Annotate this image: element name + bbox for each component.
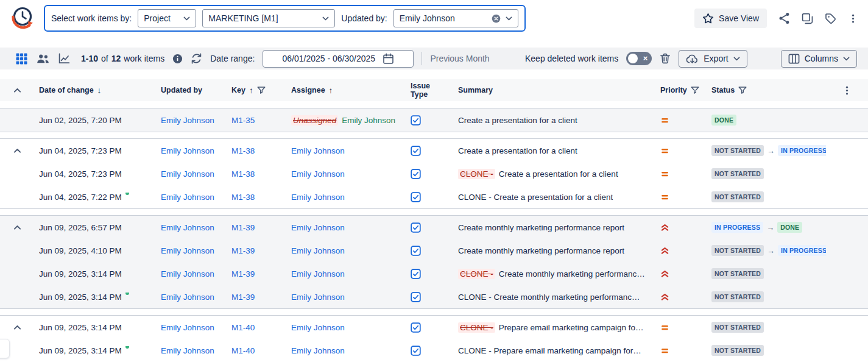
collapse-group-button[interactable] xyxy=(13,148,21,154)
work-item-key-link[interactable]: M1-38 xyxy=(231,169,255,179)
column-label: Status xyxy=(711,86,735,94)
tag-button[interactable] xyxy=(825,13,836,24)
chevron-up-icon[interactable] xyxy=(13,148,21,154)
chevron-up-icon[interactable] xyxy=(13,225,21,230)
updated-by-link[interactable]: Emily Johnson xyxy=(161,323,214,332)
columns-button[interactable]: Columns xyxy=(781,50,857,68)
table-view-button[interactable] xyxy=(16,53,27,65)
work-item-key-link[interactable]: M1-39 xyxy=(231,269,255,279)
column-header-date-of-change[interactable]: Date of change↓ xyxy=(34,86,156,95)
updated-by-dropdown[interactable]: Emily Johnson xyxy=(393,9,518,27)
table-more-options-button[interactable] xyxy=(826,85,868,96)
table-row[interactable]: Jun 09, 2025, 6:57 PMEmily JohnsonM1-39E… xyxy=(0,216,868,239)
column-header-priority[interactable]: Priority xyxy=(655,86,707,94)
previous-month-link[interactable]: Previous Month xyxy=(430,54,489,63)
transition-arrow-icon: → xyxy=(767,146,775,155)
table-row[interactable]: Jun 09, 2025, 4:10 PMEmily JohnsonM1-39E… xyxy=(0,239,868,262)
save-view-button[interactable]: Save View xyxy=(694,9,767,28)
users-view-button[interactable] xyxy=(37,53,49,64)
info-button[interactable] xyxy=(172,54,183,64)
work-item-key-link[interactable]: M1-40 xyxy=(231,323,255,332)
assignee-link[interactable]: Emily Johnson xyxy=(291,169,345,179)
app-logo[interactable] xyxy=(9,4,37,32)
updated-by-link[interactable]: Emily Johnson xyxy=(161,269,214,279)
collapse-all-button[interactable] xyxy=(0,88,34,93)
updated-by-link[interactable]: Emily Johnson xyxy=(161,169,214,179)
updated-by-link[interactable]: Emily Johnson xyxy=(161,246,214,255)
column-header-summary[interactable]: Summary xyxy=(453,86,655,94)
table-header: Date of change↓Updated byKey↑Assignee↑Is… xyxy=(0,79,868,101)
work-item-key-link[interactable]: M1-39 xyxy=(231,246,255,255)
collapse-group-button[interactable] xyxy=(13,325,21,330)
filter-icon[interactable] xyxy=(738,87,747,94)
calendar-icon[interactable] xyxy=(383,53,394,65)
filter-by-value: Project xyxy=(144,13,178,23)
assignee-link[interactable]: Emily Johnson xyxy=(291,293,345,302)
save-view-label: Save View xyxy=(719,13,759,23)
chart-view-button[interactable] xyxy=(58,53,70,64)
filter-icon[interactable] xyxy=(257,87,266,94)
updated-by-link[interactable]: Emily Johnson xyxy=(161,193,214,202)
work-item-key-link[interactable]: M1-38 xyxy=(231,146,255,155)
table-row[interactable]: Jun 04, 2025, 7:23 PMEmily JohnsonM1-38E… xyxy=(0,139,868,162)
more-options-button[interactable] xyxy=(848,13,858,24)
column-header-status[interactable]: Status xyxy=(707,86,826,94)
collapse-group-button[interactable] xyxy=(13,225,21,230)
work-item-key-link[interactable]: M1-35 xyxy=(231,116,255,125)
updated-by-label: Updated by: xyxy=(341,13,387,23)
export-button[interactable]: Export xyxy=(679,50,747,68)
date-of-change: Jun 09, 2025, 3:14 PM xyxy=(39,323,122,332)
summary-text: CLONE - Create a presentation for a clie… xyxy=(458,193,613,202)
column-header-key[interactable]: Key↑ xyxy=(227,86,286,95)
work-item-key-link[interactable]: M1-40 xyxy=(231,346,255,355)
duplicate-view-button[interactable] xyxy=(802,13,813,24)
table-row[interactable]: Jun 09, 2025, 3:14 PMEmily JohnsonM1-39E… xyxy=(0,262,868,285)
task-type-icon xyxy=(411,169,421,179)
updated-by-link[interactable]: Emily Johnson xyxy=(161,346,214,355)
table-row[interactable]: Jun 09, 2025, 3:14 PMEmily JohnsonM1-40E… xyxy=(0,339,868,362)
toolbar: 1-10 of 12 work items Date range: 06/01/… xyxy=(0,48,868,69)
column-header-updated-by[interactable]: Updated by xyxy=(156,86,227,94)
share-button[interactable] xyxy=(778,12,790,24)
assignee-link[interactable]: Emily Johnson xyxy=(291,323,345,332)
column-label: Issue Type xyxy=(411,82,448,99)
table-row[interactable]: Jun 02, 2025, 7:20 PMEmily JohnsonM1-35U… xyxy=(0,108,868,132)
delete-button[interactable] xyxy=(660,53,671,64)
updated-by-link[interactable]: Emily Johnson xyxy=(161,146,214,155)
assignee-link[interactable]: Emily Johnson xyxy=(291,269,345,279)
assignee-link[interactable]: Emily Johnson xyxy=(291,346,345,355)
new-change-dot xyxy=(125,193,129,196)
filter-icon[interactable] xyxy=(691,87,699,94)
date-range-input[interactable]: 06/01/2025 - 06/30/2025 xyxy=(263,50,414,68)
assignee-link[interactable]: Emily Johnson xyxy=(291,223,345,232)
project-dropdown[interactable]: MARKETING [M1] xyxy=(202,9,335,27)
updated-by-link[interactable]: Emily Johnson xyxy=(161,293,214,302)
assignee-link[interactable]: Emily Johnson xyxy=(291,193,345,202)
table-row[interactable]: Jun 09, 2025, 3:14 PMEmily JohnsonM1-40E… xyxy=(0,316,868,339)
column-header-assignee[interactable]: Assignee↑ xyxy=(286,86,406,95)
table-row[interactable]: Jun 04, 2025, 7:23 PMEmily JohnsonM1-38E… xyxy=(0,162,868,185)
date-of-change: Jun 09, 2025, 3:14 PM xyxy=(39,293,122,302)
column-label: Priority xyxy=(660,86,687,94)
chevron-up-icon[interactable] xyxy=(13,325,21,330)
assignee-link[interactable]: Emily Johnson xyxy=(291,246,345,255)
updated-by-link[interactable]: Emily Johnson xyxy=(161,116,214,125)
work-item-key-link[interactable]: M1-39 xyxy=(231,293,255,302)
filter-by-dropdown[interactable]: Project xyxy=(138,9,196,27)
keep-deleted-toggle[interactable]: × xyxy=(626,52,652,65)
toggle-off-icon: × xyxy=(643,54,648,62)
sort-asc-icon: ↑ xyxy=(329,86,333,95)
corner-widget[interactable] xyxy=(0,339,10,358)
table-row[interactable]: Jun 09, 2025, 3:14 PMEmily JohnsonM1-39E… xyxy=(0,285,868,308)
chevron-up-icon[interactable] xyxy=(13,88,21,93)
table-row[interactable]: Jun 04, 2025, 7:22 PMEmily JohnsonM1-38E… xyxy=(0,185,868,208)
priority-high-icon xyxy=(660,293,669,302)
assignee-link[interactable]: Emily Johnson xyxy=(291,146,345,155)
column-header-issue-type[interactable]: Issue Type xyxy=(406,82,453,99)
work-items-count: 1-10 of 12 work items xyxy=(81,54,164,63)
work-item-key-link[interactable]: M1-38 xyxy=(231,193,255,202)
updated-by-link[interactable]: Emily Johnson xyxy=(161,223,214,232)
refresh-button[interactable] xyxy=(191,53,202,64)
clear-filter-icon[interactable] xyxy=(492,14,501,23)
work-item-key-link[interactable]: M1-39 xyxy=(231,223,255,232)
